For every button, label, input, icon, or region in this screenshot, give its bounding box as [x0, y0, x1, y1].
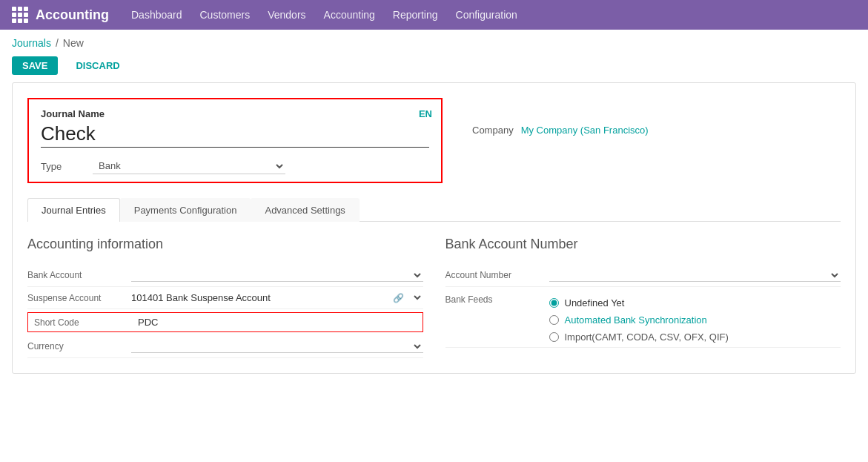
short-code-row: Short Code — [27, 312, 423, 332]
journal-name-input[interactable] — [41, 122, 429, 148]
breadcrumb: Journals / New — [0, 30, 868, 52]
bank-feeds-label: Bank Feeds — [445, 294, 542, 305]
currency-label: Currency — [27, 341, 124, 352]
journal-name-box: Journal Name EN Type Bank — [27, 98, 443, 183]
account-number-select[interactable] — [549, 268, 841, 282]
radio-undefined-yet-label: Undefined Yet — [565, 297, 625, 308]
tab-advanced-settings[interactable]: Advanced Settings — [251, 198, 359, 222]
radio-import-label: Import(CAMT, CODA, CSV, OFX, QIF) — [565, 331, 729, 343]
journal-name-label: Journal Name — [41, 108, 429, 119]
main-content: Journal Name EN Type Bank Company My Com… — [12, 82, 856, 374]
company-section: Company My Company (San Francisco) — [472, 125, 649, 136]
nav-configuration[interactable]: Configuration — [456, 9, 517, 21]
bank-account-title: Bank Account Number — [445, 237, 841, 252]
accounting-info-title: Accounting information — [27, 237, 423, 252]
tab-payments-configuration[interactable]: Payments Configuration — [120, 198, 251, 222]
tab-journal-entries[interactable]: Journal Entries — [27, 198, 120, 222]
short-code-input[interactable] — [138, 317, 417, 328]
currency-select[interactable] — [131, 340, 423, 353]
radio-automated-sync-label: Automated Bank Synchronization — [565, 314, 707, 326]
suspense-account-label: Suspense Account — [27, 293, 124, 303]
grid-icon — [12, 7, 28, 23]
bank-account-label: Bank Account — [27, 270, 124, 280]
top-navigation: Accounting Dashboard Customers Vendors A… — [0, 0, 868, 30]
short-code-label: Short Code — [34, 317, 130, 328]
nav-accounting[interactable]: Accounting — [324, 9, 375, 21]
account-number-row: Account Number — [445, 264, 841, 287]
nav-reporting[interactable]: Reporting — [393, 9, 438, 21]
radio-import-input[interactable] — [549, 332, 559, 342]
account-number-label: Account Number — [445, 270, 542, 280]
form-top: Journal Name EN Type Bank Company My Com… — [27, 98, 841, 183]
type-label: Type — [41, 161, 85, 172]
radio-automated-sync-input[interactable] — [549, 315, 559, 325]
bank-feeds-radio-group: Undefined Yet Automated Bank Synchroniza… — [549, 297, 729, 343]
external-link-icon[interactable]: 🔗 — [393, 293, 404, 303]
tabs: Journal Entries Payments Configuration A… — [27, 198, 841, 222]
suspense-account-select-arrow[interactable] — [411, 291, 423, 304]
radio-undefined-yet-input[interactable] — [549, 298, 559, 308]
bank-account-row: Bank Account — [27, 264, 423, 287]
type-row: Type Bank — [41, 158, 429, 174]
breadcrumb-parent[interactable]: Journals — [12, 37, 51, 49]
bank-account-select[interactable] — [131, 268, 423, 282]
radio-automated-sync[interactable]: Automated Bank Synchronization — [549, 314, 729, 326]
company-value[interactable]: My Company (San Francisco) — [521, 125, 649, 136]
nav-links: Dashboard Customers Vendors Accounting R… — [131, 9, 517, 21]
app-title: Accounting — [36, 7, 109, 23]
toolbar: SAVE DISCARD — [0, 52, 868, 82]
breadcrumb-separator: / — [56, 37, 59, 49]
accounting-info-section: Accounting information Bank Account Susp… — [27, 237, 423, 358]
type-select[interactable]: Bank — [93, 158, 285, 174]
suspense-account-value: 101401 Bank Suspense Account — [131, 292, 382, 303]
lang-badge[interactable]: EN — [419, 108, 432, 119]
save-button[interactable]: SAVE — [12, 56, 58, 75]
currency-row: Currency — [27, 335, 423, 358]
nav-dashboard[interactable]: Dashboard — [131, 9, 182, 21]
company-label: Company — [472, 125, 514, 136]
suspense-account-row: Suspense Account 101401 Bank Suspense Ac… — [27, 287, 423, 309]
tab-content: Accounting information Bank Account Susp… — [27, 237, 841, 358]
breadcrumb-current: New — [63, 37, 84, 49]
bank-account-section: Bank Account Number Account Number Bank … — [445, 237, 841, 358]
nav-vendors[interactable]: Vendors — [268, 9, 305, 21]
nav-customers[interactable]: Customers — [200, 9, 251, 21]
radio-import[interactable]: Import(CAMT, CODA, CSV, OFX, QIF) — [549, 331, 729, 343]
app-logo[interactable]: Accounting — [12, 7, 109, 23]
radio-undefined-yet[interactable]: Undefined Yet — [549, 297, 729, 308]
discard-button[interactable]: DISCARD — [65, 56, 130, 75]
bank-feeds-row: Bank Feeds Undefined Yet Automated Bank … — [445, 287, 841, 348]
